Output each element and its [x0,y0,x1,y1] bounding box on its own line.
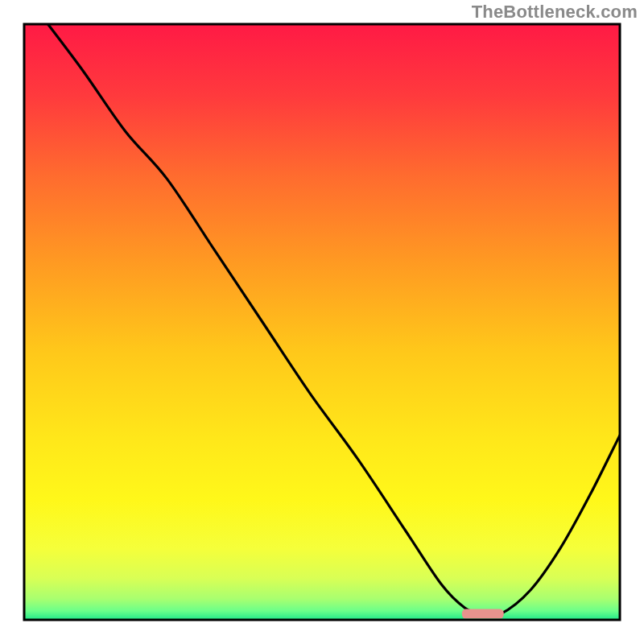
bottleneck-chart [0,0,644,644]
optimum-marker [462,609,504,619]
plot-area [24,24,620,620]
watermark-text: TheBottleneck.com [472,2,638,23]
chart-stage: TheBottleneck.com [0,0,644,644]
